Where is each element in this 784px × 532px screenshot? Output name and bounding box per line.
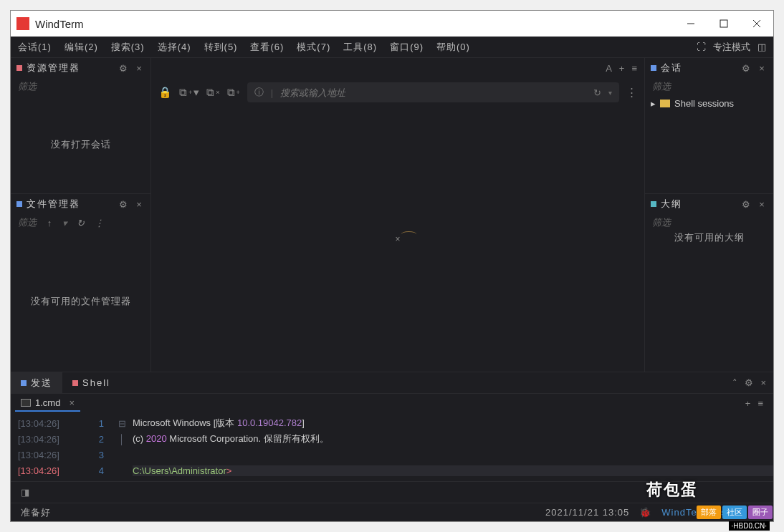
menu-goto[interactable]: 转到(5) [204,41,238,54]
tree-item[interactable]: ▸ Shell sessions [645,95,773,112]
font-icon[interactable]: A [606,63,612,74]
svg-rect-1 [720,20,727,27]
close-icon[interactable]: × [756,63,768,74]
gear-icon[interactable]: ⚙ [118,63,129,74]
duplicate-tab-icon[interactable]: ⧉+ [227,86,240,99]
terminal-prompt: C:\Users\Administrator> [133,465,773,476]
main-area: 资源管理器 ⚙ × 筛选 没有打开会话 文件管理器 ⚙ × 筛选 [11,58,773,372]
resource-title: 资源管理器 [27,62,113,74]
subtab-cmd[interactable]: 1.cmd × [15,395,80,412]
close-tab-icon[interactable]: ⧉× [206,86,219,99]
menu-view[interactable]: 查看(6) [250,41,284,54]
statusbar: 准备好 2021/11/21 13:05 🐞 WindTerm Issues ▦ [11,503,773,521]
center-area: A + ≡ 🔒 ⧉+ ▾ ⧉× ⧉+ ⓘ | ↻ ▾ ⋮ [151,58,644,372]
close-icon[interactable]: × [756,199,768,210]
menu-help[interactable]: 帮助(0) [436,41,470,54]
chevron-right-icon: ▸ [651,98,656,109]
add-icon[interactable]: + [619,63,625,74]
menu-window[interactable]: 窗口(9) [390,41,424,54]
watermark-url: ·HBD0.CN· [729,521,770,531]
panel-dot-icon [72,380,78,386]
gear-icon[interactable]: ⚙ [745,377,753,388]
gear-icon[interactable]: ⚙ [118,199,129,210]
terminal[interactable]: [13:04:26] 1 ⊟ Microsoft Windows [版本 10.… [11,412,773,481]
timestamp: [13:04:26] [11,465,82,476]
bottom-panel: 发送 Shell ˄ ⚙ × 1.cmd × [11,372,773,521]
status-datetime: 2021/11/21 13:05 [545,507,629,518]
popout-icon[interactable]: ◫ [757,42,766,52]
fold-line: │ [111,434,133,445]
menu-search[interactable]: 搜索(3) [111,41,145,54]
window-controls [674,11,773,37]
lock-icon[interactable]: 🔒 [158,86,172,99]
line-number: 3 [82,450,111,460]
sessions-title: 会话 [661,62,736,74]
close-icon[interactable]: × [69,397,75,408]
menu-select[interactable]: 选择(4) [158,41,191,54]
address-input[interactable] [280,87,586,98]
badge: 社区 [722,506,747,519]
subtab-label: 1.cmd [35,397,60,408]
refresh-icon[interactable]: ↻ [75,218,86,228]
close-button[interactable] [740,11,773,37]
timestamp: [13:04:26] [11,418,82,429]
resource-filter[interactable]: 筛选 [18,80,37,93]
titlebar: WindTerm [11,11,773,37]
badge: 部落 [697,506,721,519]
editor-canvas[interactable]: × [151,107,644,372]
address-bar[interactable]: ⓘ | ↻ ▾ [247,82,619,102]
tab-shell[interactable]: Shell [62,372,120,394]
tab-send[interactable]: 发送 [11,372,62,394]
up-icon[interactable]: ↑ [44,218,55,228]
files-title: 文件管理器 [27,198,113,211]
menu-tools[interactable]: 工具(8) [343,41,377,54]
panel-dot-icon [16,201,22,207]
placeholder-mark: × [395,234,400,244]
folder-icon [660,100,670,107]
mini-toolbar: ◨ [11,481,773,503]
collapse-icon[interactable]: ˄ [732,377,737,388]
sessions-filter[interactable]: 筛选 [652,80,671,93]
menu-session[interactable]: 会话(1) [18,41,52,54]
list-icon[interactable]: ≡ [631,63,637,74]
timestamp: [13:04:26] [11,450,82,460]
app-window: WindTerm 会话(1) 编辑(2) 搜索(3) 选择(4) 转到(5) 查… [10,10,774,522]
close-icon[interactable]: × [133,63,145,74]
more-icon[interactable]: ⋮ [93,218,105,228]
close-icon[interactable]: × [133,199,145,210]
subtabs: 1.cmd × + ≡ [11,394,773,412]
gear-icon[interactable]: ⚙ [740,199,752,210]
list-icon[interactable]: ≡ [757,398,763,409]
right-sidebar: 会话 ⚙ × 筛选 ▸ Shell sessions 大纲 [644,58,773,372]
menu-mode[interactable]: 模式(7) [297,41,330,54]
focus-mode-label[interactable]: 专注模式 [713,41,750,54]
bug-icon[interactable]: 🐞 [639,507,651,518]
minimize-button[interactable] [674,11,707,37]
panel-icon[interactable]: ◨ [21,487,29,498]
close-icon[interactable]: × [760,377,766,388]
tab-send-label: 发送 [31,377,52,390]
menu-edit[interactable]: 编辑(2) [64,41,98,54]
focus-mode-icon[interactable]: ⛶ [697,42,706,52]
outline-empty: 没有可用的大纲 [674,231,745,244]
badge: 圈子 [748,506,773,519]
files-filter[interactable]: 筛选 [18,216,37,229]
tab-shell-label: Shell [82,377,110,388]
line-number: 2 [82,434,111,445]
cmd-icon [21,399,31,407]
new-tab-icon[interactable]: ⧉+ ▾ [179,86,199,99]
outline-filter[interactable]: 筛选 [652,216,671,229]
maximize-button[interactable] [707,11,740,37]
add-icon[interactable]: + [745,398,751,409]
reload-icon[interactable]: ↻ [593,87,601,98]
sessions-panel: 会话 ⚙ × 筛选 ▸ Shell sessions [645,58,773,194]
terminal-text: (c) 2020 Microsoft Corporation. 保留所有权利。 [133,432,773,445]
app-icon [16,17,29,30]
outline-title: 大纲 [661,198,736,211]
gear-icon[interactable]: ⚙ [740,63,752,74]
fold-icon[interactable]: ⊟ [111,418,133,429]
info-icon[interactable]: ⓘ [254,86,264,99]
more-icon[interactable]: ⋮ [626,86,637,99]
panel-dot-icon [16,65,22,71]
app-body: 会话(1) 编辑(2) 搜索(3) 选择(4) 转到(5) 查看(6) 模式(7… [11,37,773,521]
